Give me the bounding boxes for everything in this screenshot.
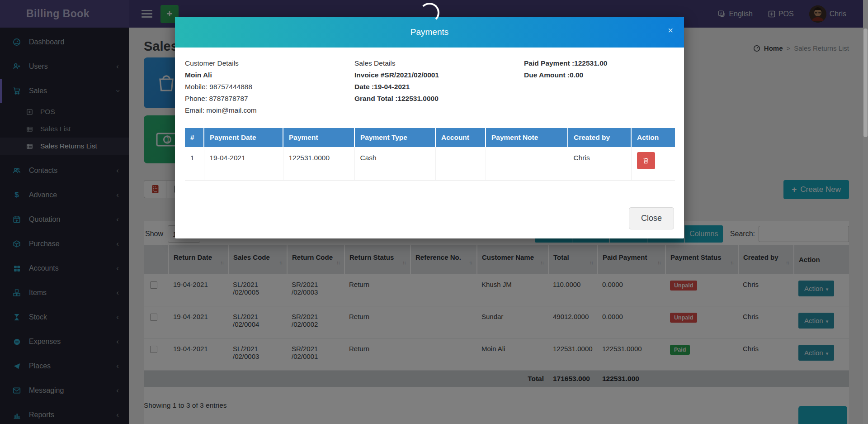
grand-total: Grand Total :122531.0000 [354, 95, 439, 102]
payments-header-row: # Payment Date Payment Payment Type Acco… [185, 128, 675, 147]
col-payment-type: Payment Type [354, 128, 435, 147]
payments-modal: Payments × Customer Details Moin Ali Mob… [175, 17, 684, 238]
trash-icon [642, 157, 649, 164]
scrollbar-thumb[interactable] [863, 29, 868, 137]
customer-phone: Phone: 8787878787 [185, 93, 354, 105]
loading-spinner [420, 3, 439, 23]
sales-details: Sales Details Invoice #SR/2021/02/0001 D… [354, 57, 524, 116]
modal-title: Payments [410, 27, 448, 37]
customer-email: Email: moin@mail.com [185, 105, 354, 116]
col-hash: # [185, 128, 204, 147]
col-account: Account [435, 128, 486, 147]
close-icon[interactable]: × [668, 26, 673, 35]
payments-table: # Payment Date Payment Payment Type Acco… [185, 128, 675, 181]
col-payment: Payment [283, 128, 354, 147]
customer-mobile: Mobile: 98757444888 [185, 81, 354, 93]
payment-summary: Paid Payment :122531.00 Due Amount :0.00 [524, 57, 607, 116]
due-amount: Due Amount :0.00 [524, 71, 583, 79]
col-created-by: Created by [568, 128, 631, 147]
payment-row: 1 19-04-2021 122531.0000 Cash Chris [185, 147, 675, 181]
sales-details-heading: Sales Details [354, 57, 524, 69]
modal-close-button[interactable]: Close [629, 207, 674, 229]
vertical-scrollbar[interactable] [863, 0, 868, 424]
customer-name: Moin Ali [185, 71, 212, 79]
customer-details-heading: Customer Details [185, 57, 354, 69]
col-action: Action [631, 128, 675, 147]
col-payment-note: Payment Note [486, 128, 568, 147]
delete-payment-button[interactable] [637, 152, 655, 169]
invoice-date: Date :19-04-2021 [354, 83, 410, 91]
invoice-number: Invoice #SR/2021/02/0001 [354, 71, 439, 79]
paid-payment: Paid Payment :122531.00 [524, 59, 607, 67]
col-payment-date: Payment Date [204, 128, 283, 147]
customer-details: Customer Details Moin Ali Mobile: 987574… [185, 57, 354, 116]
